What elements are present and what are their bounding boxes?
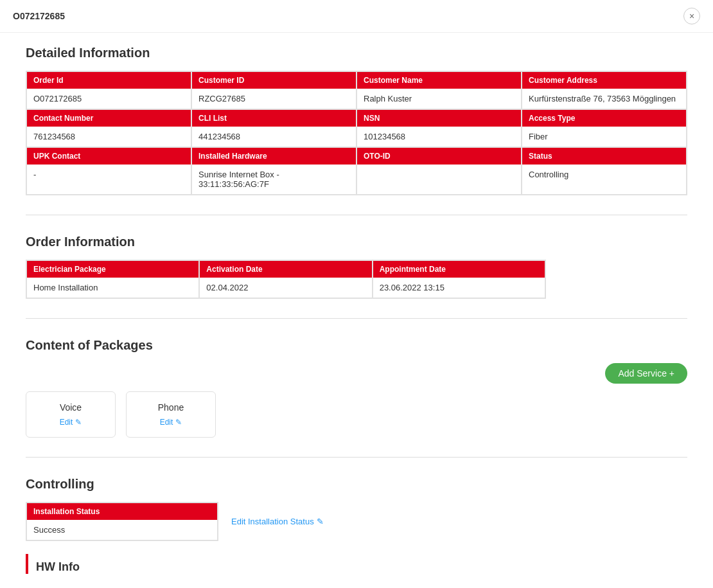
appointment-date-value: 23.06.2022 13:15 [373, 278, 545, 298]
controlling-title: Controlling [26, 477, 687, 492]
order-id-label: Order Id [27, 72, 191, 89]
info-row-1: Order Id O072172685 Customer ID RZCG2768… [26, 71, 687, 109]
close-button[interactable]: × [683, 8, 700, 24]
installed-hardware-cell: Installed Hardware Sunrise Internet Box … [191, 147, 356, 195]
customer-name-label: Customer Name [357, 72, 521, 89]
oto-id-label: OTO-ID [357, 148, 521, 165]
voice-edit-link[interactable]: Edit ✎ [39, 418, 102, 427]
voice-package-title: Voice [39, 402, 102, 413]
cli-list-label: CLI List [192, 110, 356, 127]
installation-status-grid: Installation Status Success [26, 502, 218, 541]
status-cell: Status Controlling [522, 147, 687, 195]
installed-hardware-value: Sunrise Internet Box - 33:11:33:56:AG:7F [192, 165, 356, 194]
divider-1 [26, 215, 687, 215]
voice-edit-label: Edit [60, 418, 73, 427]
edit-status-icon: ✎ [317, 517, 324, 526]
phone-package-title: Phone [139, 402, 202, 413]
installation-status-cell: Installation Status Success [26, 503, 218, 540]
access-type-cell: Access Type Fiber [522, 109, 687, 147]
activation-date-cell: Activation Date 02.04.2022 [199, 260, 372, 298]
electrician-package-cell: Electrician Package Home Installation [26, 260, 199, 298]
access-type-label: Access Type [522, 110, 686, 127]
customer-address-value: Kurfürstenstraße 76, 73563 Mögglingen [522, 89, 686, 109]
oto-id-cell: OTO-ID [356, 147, 522, 195]
appointment-date-label: Appointment Date [373, 261, 545, 278]
add-service-button[interactable]: Add Service + [605, 363, 687, 384]
phone-package-card: Phone Edit ✎ [126, 391, 216, 438]
contact-number-value: 761234568 [27, 127, 191, 147]
info-row-3: UPK Contact - Installed Hardware Sunrise… [26, 147, 687, 195]
upk-contact-value: - [27, 165, 191, 184]
activation-date-value: 02.04.2022 [200, 278, 371, 298]
status-label: Status [522, 148, 686, 165]
detailed-info-title: Detailed Information [26, 46, 687, 60]
controlling-content: Installation Status Success Edit Install… [26, 502, 687, 541]
installed-hardware-label: Installed Hardware [192, 148, 356, 165]
installation-status-row: Installation Status Success [26, 503, 218, 540]
customer-id-cell: Customer ID RZCG27685 [191, 71, 356, 109]
contact-number-label: Contact Number [27, 110, 191, 127]
window-title: O072172685 [13, 11, 65, 21]
activation-date-label: Activation Date [200, 261, 371, 278]
customer-name-cell: Customer Name Ralph Kuster [356, 71, 522, 109]
package-cards-container: Voice Edit ✎ Phone Edit ✎ [26, 391, 687, 438]
hw-info-title: HW Info [36, 560, 687, 574]
divider-3 [26, 457, 687, 458]
detailed-info-grid: Order Id O072172685 Customer ID RZCG2768… [26, 71, 687, 195]
phone-edit-label: Edit [160, 418, 173, 427]
order-info-grid: Electrician Package Home Installation Ac… [26, 260, 546, 299]
appointment-date-cell: Appointment Date 23.06.2022 13:15 [373, 260, 545, 298]
info-row-2: Contact Number 761234568 CLI List 441234… [26, 109, 687, 147]
hw-info-section: HW Info [26, 554, 687, 574]
upk-contact-label: UPK Contact [27, 148, 191, 165]
cli-list-cell: CLI List 441234568 [191, 109, 356, 147]
installation-status-value: Success [27, 520, 217, 540]
main-content: Detailed Information Order Id O072172685… [0, 33, 713, 588]
upk-contact-cell: UPK Contact - [26, 147, 191, 195]
order-info-title: Order Information [26, 235, 687, 249]
status-value: Controlling [522, 165, 686, 184]
edit-installation-status-link[interactable]: Edit Installation Status ✎ [231, 517, 324, 526]
phone-edit-icon: ✎ [175, 418, 182, 427]
customer-id-value: RZCG27685 [192, 89, 356, 109]
packages-title: Content of Packages [26, 338, 687, 353]
customer-name-value: Ralph Kuster [357, 89, 521, 109]
order-id-cell: Order Id O072172685 [26, 71, 191, 109]
voice-package-card: Voice Edit ✎ [26, 391, 116, 438]
nsn-value: 101234568 [357, 127, 521, 147]
nsn-label: NSN [357, 110, 521, 127]
customer-address-cell: Customer Address Kurfürstenstraße 76, 73… [522, 71, 687, 109]
order-id-value: O072172685 [27, 89, 191, 109]
phone-edit-link[interactable]: Edit ✎ [139, 418, 202, 427]
customer-id-label: Customer ID [192, 72, 356, 89]
access-type-value: Fiber [522, 127, 686, 147]
installation-status-col: Installation Status Success [26, 502, 218, 541]
electrician-package-value: Home Installation [27, 278, 198, 298]
electrician-package-label: Electrician Package [27, 261, 198, 278]
window-header: O072172685 × [0, 0, 713, 33]
edit-status-label: Edit Installation Status [231, 517, 314, 526]
packages-header: Add Service + [26, 363, 687, 384]
installation-status-label: Installation Status [27, 503, 217, 520]
contact-number-cell: Contact Number 761234568 [26, 109, 191, 147]
oto-id-value [357, 165, 521, 175]
cli-list-value: 441234568 [192, 127, 356, 147]
voice-edit-icon: ✎ [75, 418, 82, 427]
divider-2 [26, 318, 687, 319]
nsn-cell: NSN 101234568 [356, 109, 522, 147]
customer-address-label: Customer Address [522, 72, 686, 89]
